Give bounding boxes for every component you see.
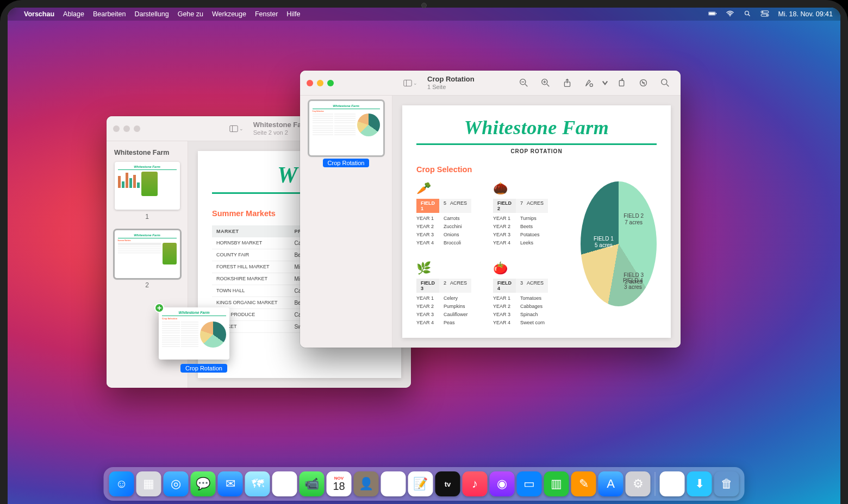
minimize-button[interactable] xyxy=(123,125,130,132)
titlebar[interactable]: ⌄ Crop Rotation 1 Seite xyxy=(300,71,681,96)
dock-podcasts[interactable]: ◉ xyxy=(490,471,515,496)
menu-file[interactable]: Ablage xyxy=(63,10,84,18)
rotate-button[interactable] xyxy=(612,76,631,90)
add-icon: + xyxy=(154,303,164,313)
markup-chevron[interactable] xyxy=(601,76,609,90)
svg-point-8 xyxy=(762,11,763,12)
svg-line-5 xyxy=(749,14,750,16)
pie-label-field1: FIELD 15 acres xyxy=(594,236,614,249)
share-button[interactable] xyxy=(558,76,576,90)
svg-line-18 xyxy=(547,84,549,86)
svg-rect-2 xyxy=(716,12,716,14)
menu-window[interactable]: Fenster xyxy=(255,10,278,18)
field-block: 🌰 FIELD 27 ACRESYEAR 1TurnipsYEAR 2Beets… xyxy=(493,181,548,247)
dock-keynote[interactable]: ▭ xyxy=(517,471,542,496)
spotlight-icon[interactable] xyxy=(743,10,752,18)
fullscreen-button[interactable] xyxy=(134,125,140,132)
page-thumbnail-2[interactable]: Whitestone Farm Summer Markets xyxy=(112,230,182,289)
dock-launchpad[interactable]: ▦ xyxy=(136,471,161,496)
dock-pages[interactable]: ✎ xyxy=(571,471,596,496)
sidebar-title: Whitestone Farm xyxy=(114,149,182,156)
svg-rect-12 xyxy=(404,80,411,86)
search-button[interactable] xyxy=(656,76,674,90)
page-thumbnail-1[interactable]: Whitestone Farm 1 xyxy=(112,162,182,220)
menubar: Vorschau Ablage Bearbeiten Darstellung G… xyxy=(8,8,840,21)
svg-point-25 xyxy=(661,79,666,85)
dock-numbers[interactable]: ▥ xyxy=(544,471,569,496)
pie-label-field4: FIELD 43 acres xyxy=(623,278,643,291)
dock-finder[interactable]: ☺ xyxy=(109,471,134,496)
menu-goto[interactable]: Gehe zu xyxy=(178,10,203,18)
traffic-lights[interactable] xyxy=(307,80,334,86)
thumbnail-sidebar[interactable]: Whitestone Farm Crop Selection xyxy=(300,96,392,348)
window-title: Crop Rotation xyxy=(427,75,475,84)
svg-line-26 xyxy=(666,84,669,86)
dock-mail[interactable]: ✉ xyxy=(218,471,243,496)
section-heading: Crop Selection xyxy=(416,165,657,174)
svg-rect-1 xyxy=(709,12,715,14)
menubar-datetime[interactable]: Mi. 18. Nov. 09:41 xyxy=(778,10,833,18)
dock-calendar[interactable]: NOV18 xyxy=(327,471,352,496)
document-page: Whitestone Farm CROP ROTATION Crop Selec… xyxy=(402,105,671,338)
dock-trash[interactable]: 🗑 xyxy=(714,471,739,496)
dock-messages[interactable]: 💬 xyxy=(191,471,216,496)
markup-button[interactable] xyxy=(579,76,598,90)
menu-tools[interactable]: Werkzeuge xyxy=(212,10,246,18)
doc-title: Whitestone Farm xyxy=(416,116,657,139)
dock-downloads[interactable]: ⬇ xyxy=(687,471,712,496)
dock-preview[interactable]: 🖼 xyxy=(660,471,685,496)
control-center-icon[interactable] xyxy=(760,10,769,18)
svg-point-4 xyxy=(745,11,749,15)
thumbnail-number: 2 xyxy=(145,281,149,289)
dock-appstore[interactable]: A xyxy=(598,471,623,496)
dock-reminders[interactable]: ≡ xyxy=(381,471,406,496)
minimize-button[interactable] xyxy=(317,80,323,86)
app-menu[interactable]: Vorschau xyxy=(24,10,54,18)
col-market: MARKET xyxy=(212,225,290,237)
svg-rect-10 xyxy=(230,125,238,131)
dock-contacts[interactable]: 👤 xyxy=(354,471,379,496)
field-block: 🥕 FIELD 15 ACRESYEAR 1CarrotsYEAR 2Zucch… xyxy=(416,181,471,247)
dock-settings[interactable]: ⚙ xyxy=(626,471,651,496)
sidebar-toggle[interactable]: ⌄ xyxy=(403,77,417,89)
thumbnail-label: Crop Rotation xyxy=(323,159,370,167)
svg-line-15 xyxy=(525,84,527,86)
svg-point-22 xyxy=(590,84,593,86)
drag-ghost-thumbnail: ↖ + Whitestone Farm Crop Selection Crop … xyxy=(159,307,229,360)
field-block: 🍅 FIELD 43 ACRESYEAR 1TomatoesYEAR 2Cabb… xyxy=(493,261,548,327)
battery-icon[interactable] xyxy=(708,10,717,18)
highlight-button[interactable] xyxy=(634,76,652,90)
sidebar-toggle[interactable]: ⌄ xyxy=(229,123,244,135)
wifi-icon[interactable] xyxy=(726,10,734,18)
dock-music[interactable]: ♪ xyxy=(463,471,488,496)
menu-edit[interactable]: Bearbeiten xyxy=(93,10,126,18)
pie-label-field2: FIELD 27 acres xyxy=(623,213,644,226)
page-thumbnail-1[interactable]: Whitestone Farm Crop Selection xyxy=(305,101,386,167)
menu-view[interactable]: Darstellung xyxy=(134,10,169,18)
svg-rect-23 xyxy=(619,80,624,86)
fullscreen-button[interactable] xyxy=(327,80,334,86)
window-subtitle: 1 Seite xyxy=(427,84,475,91)
camera xyxy=(421,3,427,8)
zoom-out-button[interactable] xyxy=(514,76,533,90)
dock-photos[interactable]: ✿ xyxy=(272,471,297,496)
doc-subtitle: CROP ROTATION xyxy=(416,148,657,154)
drag-label: Crop Rotation xyxy=(180,364,227,373)
close-button[interactable] xyxy=(113,125,120,132)
dock-notes[interactable]: 📝 xyxy=(408,471,433,496)
dock[interactable]: ☺▦◎💬✉🗺✿📹NOV18👤≡📝tv♪◉▭▥✎A⚙🖼⬇🗑 xyxy=(104,467,745,501)
dock-tv[interactable]: tv xyxy=(435,471,460,496)
traffic-lights[interactable] xyxy=(113,125,140,132)
acreage-pie-chart: FIELD 15 acres FIELD 27 acres FIELD 32 a… xyxy=(581,181,657,306)
svg-point-3 xyxy=(729,15,731,16)
dock-safari[interactable]: ◎ xyxy=(164,471,189,496)
window-crop-rotation[interactable]: ⌄ Crop Rotation 1 Seite xyxy=(300,71,681,348)
dock-facetime[interactable]: 📹 xyxy=(300,471,325,496)
menu-help[interactable]: Hilfe xyxy=(286,10,300,18)
document-viewport[interactable]: Whitestone Farm CROP ROTATION Crop Selec… xyxy=(392,96,681,348)
svg-point-9 xyxy=(766,14,768,15)
zoom-in-button[interactable] xyxy=(536,76,554,90)
thumbnail-number: 1 xyxy=(145,213,149,220)
close-button[interactable] xyxy=(307,80,313,86)
dock-maps[interactable]: 🗺 xyxy=(245,471,270,496)
